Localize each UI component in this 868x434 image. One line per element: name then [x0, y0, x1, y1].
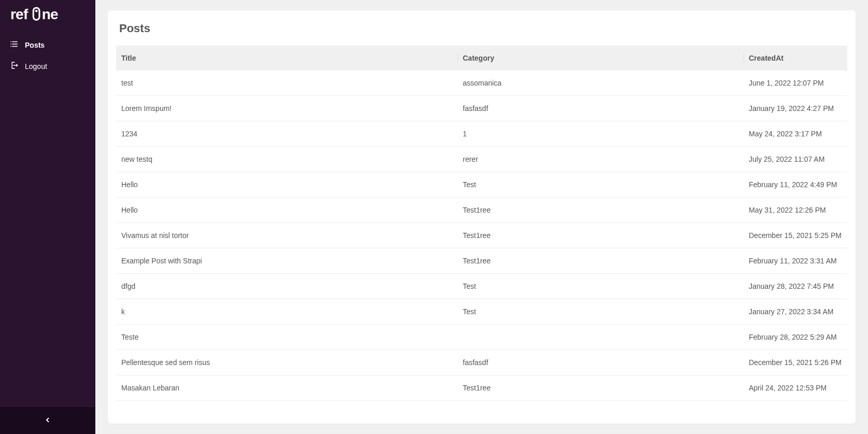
cell-createdat: May 31, 2022 12:26 PM: [744, 198, 847, 222]
cell-category: Test: [458, 274, 744, 299]
cell-createdat: January 19, 2022 4:27 PM: [744, 96, 847, 121]
cell-category: rerer: [458, 147, 744, 172]
table-row[interactable]: dfgdTestJanuary 28, 2022 7:45 PM: [116, 274, 847, 299]
cell-title: k: [116, 299, 458, 324]
cell-title: new testq: [116, 147, 458, 172]
cell-category: fasfasdf: [458, 96, 744, 121]
cell-category: Test1ree: [458, 223, 744, 248]
brand-logo[interactable]: ref ne: [0, 0, 95, 30]
cell-category: Test: [458, 172, 744, 197]
sidebar-item-label: Logout: [25, 62, 47, 71]
refine-logo-icon: ref ne: [10, 5, 83, 25]
svg-rect-9: [12, 46, 18, 47]
table-row[interactable]: Pellentesque sed sem risusfasfasdfDecemb…: [116, 350, 847, 375]
cell-createdat: April 24, 2022 12:53 PM: [744, 375, 847, 400]
cell-title: Hello: [116, 172, 458, 197]
table-row[interactable]: Vivamus at nisl tortorTest1reeDecember 1…: [116, 223, 847, 248]
table-header: Title Category CreatedAt: [116, 46, 847, 71]
cell-title: Teste: [116, 325, 458, 349]
page-title: Posts: [119, 22, 847, 35]
sidebar-collapse-button[interactable]: [0, 407, 95, 434]
cell-category: Test1ree: [458, 198, 744, 222]
table-row[interactable]: kTestJanuary 27, 2022 3:34 AM: [116, 299, 847, 325]
table-row[interactable]: testassomanicaJune 1, 2022 12:07 PM: [116, 71, 847, 96]
cell-category: assomanica: [458, 71, 744, 95]
cell-title: test: [116, 71, 458, 95]
cell-category: 1: [458, 121, 744, 146]
svg-text:ne: ne: [42, 6, 58, 22]
cell-title: dfgd: [116, 274, 458, 299]
posts-table: Title Category CreatedAt testassomanicaJ…: [116, 46, 847, 415]
svg-rect-4: [10, 41, 11, 43]
cell-createdat: December 15, 2021 5:26 PM: [744, 350, 847, 375]
cell-createdat: December 15, 2021 5:25 PM: [744, 223, 847, 248]
table-row[interactable]: new testqrererJuly 25, 2022 11:07 AM: [116, 147, 847, 172]
main-content: Posts Title Category CreatedAt testassom…: [95, 0, 868, 434]
cell-createdat: May 24, 2022 3:17 PM: [744, 121, 847, 146]
cell-title: Example Post with Strapi: [116, 248, 458, 273]
table-row[interactable]: HelloTest1reeMay 31, 2022 12:26 PM: [116, 198, 847, 223]
cell-createdat: January 28, 2022 7:45 PM: [744, 274, 847, 299]
sidebar-item-posts[interactable]: Posts: [0, 34, 95, 55]
cell-title: 1234: [116, 121, 458, 146]
cell-title: Pellentesque sed sem risus: [116, 350, 458, 375]
svg-rect-1: [33, 8, 39, 20]
table-body: testassomanicaJune 1, 2022 12:07 PMLorem…: [116, 71, 847, 401]
logout-icon: [9, 61, 19, 72]
svg-rect-6: [10, 44, 11, 45]
list-icon: [9, 39, 19, 50]
sidebar-nav: Posts Logout: [0, 30, 95, 407]
sidebar-item-label: Posts: [25, 41, 45, 49]
cell-title: Lorem Imspum!: [116, 96, 458, 121]
svg-rect-5: [12, 41, 18, 43]
cell-category: Test1ree: [458, 375, 744, 400]
column-header-title[interactable]: Title: [116, 46, 458, 71]
svg-rect-7: [12, 44, 18, 45]
cell-createdat: February 11, 2022 3:31 AM: [744, 248, 847, 273]
cell-title: Vivamus at nisl tortor: [116, 223, 458, 248]
cell-createdat: January 27, 2022 3:34 AM: [744, 299, 847, 324]
table-row[interactable]: HelloTestFebruary 11, 2022 4:49 PM: [116, 172, 847, 198]
cell-title: Hello: [116, 198, 458, 222]
cell-createdat: July 25, 2022 11:07 AM: [744, 147, 847, 172]
cell-category: [458, 325, 744, 349]
table-row[interactable]: 12341May 24, 2022 3:17 PM: [116, 121, 847, 147]
svg-point-2: [35, 10, 38, 12]
column-header-createdat[interactable]: CreatedAt: [744, 46, 847, 71]
sidebar-item-logout[interactable]: Logout: [0, 55, 95, 77]
table-row[interactable]: Lorem Imspum!fasfasdfJanuary 19, 2022 4:…: [116, 96, 847, 121]
cell-category: Test1ree: [458, 248, 744, 273]
cell-createdat: February 28, 2022 5:29 AM: [744, 325, 847, 349]
svg-rect-8: [10, 46, 11, 47]
table-row[interactable]: Example Post with StrapiTest1reeFebruary…: [116, 248, 847, 274]
svg-text:ref: ref: [10, 6, 29, 22]
cell-createdat: February 11, 2022 4:49 PM: [744, 172, 847, 197]
table-row[interactable]: TesteFebruary 28, 2022 5:29 AM: [116, 325, 847, 350]
sidebar: ref ne Posts Logout: [0, 0, 95, 434]
cell-title: Masakan Lebaran: [116, 375, 458, 400]
cell-category: fasfasdf: [458, 350, 744, 375]
cell-category: Test: [458, 299, 744, 324]
table-row[interactable]: Masakan LebaranTest1reeApril 24, 2022 12…: [116, 375, 847, 401]
posts-card: Posts Title Category CreatedAt testassom…: [108, 10, 856, 424]
column-header-category[interactable]: Category: [458, 46, 744, 71]
cell-createdat: June 1, 2022 12:07 PM: [744, 71, 847, 95]
chevron-left-icon: [44, 416, 52, 426]
